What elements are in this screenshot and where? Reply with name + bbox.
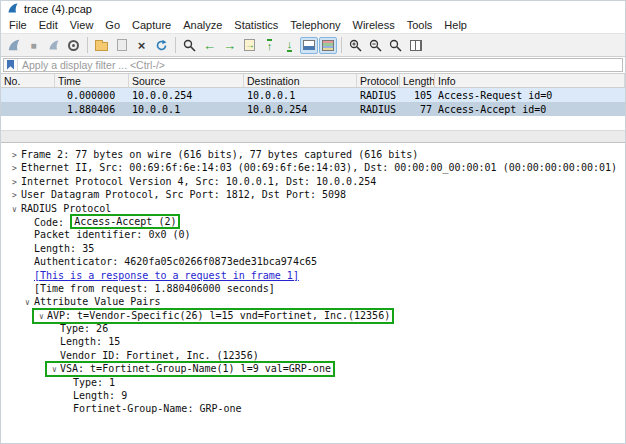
field-text: Length: 15 [60, 336, 120, 347]
display-filter-input[interactable]: Apply a display filter ... <Ctrl-/> [3, 58, 623, 72]
tree-line[interactable]: Length: 35 [1, 242, 625, 255]
pane-splitter[interactable] [1, 130, 625, 143]
zoom-reset-icon[interactable] [386, 36, 405, 55]
menu-item[interactable]: Statistics [228, 19, 284, 31]
expander-chevron-icon[interactable]: ∨ [49, 364, 60, 375]
field-text: [Time from request: 1.880406000 seconds] [34, 283, 275, 294]
menu-item[interactable]: Tools [401, 19, 439, 31]
zoom-in-icon[interactable] [346, 36, 365, 55]
column-header-destination[interactable]: Destination [244, 74, 357, 87]
field-text: RADIUS Protocol [21, 203, 111, 214]
expander-chevron-icon[interactable]: > [8, 189, 21, 202]
packet-row-1[interactable]: 1 0.000000 10.0.0.254 10.0.0.1 RADIUS 10… [1, 88, 625, 102]
packet-length: 105 [400, 90, 435, 101]
go-to-packet-icon[interactable]: → [240, 36, 259, 55]
menu-item[interactable]: Help [438, 19, 473, 31]
tree-line[interactable]: Type: 1 [1, 376, 625, 389]
column-header-length[interactable]: Length [400, 74, 435, 87]
resize-columns-icon[interactable] [406, 36, 425, 55]
field-text: Length: 9 [73, 390, 127, 401]
tree-line[interactable]: Vendor ID: Fortinet, Inc. (12356) [1, 349, 625, 362]
packet-length: 77 [400, 104, 435, 115]
tree-line[interactable]: >Internet Protocol Version 4, Src: 10.0.… [1, 175, 625, 188]
tree-line[interactable]: Authenticator: 4620fa05c0266f0873ede31bc… [1, 255, 625, 268]
field-text: Fortinet-Group-Name: GRP-one [73, 403, 242, 414]
capture-options-icon[interactable] [64, 36, 83, 55]
expander-chevron-icon[interactable]: > [8, 176, 21, 189]
expander-chevron-icon[interactable]: > [8, 162, 21, 175]
go-forward-icon[interactable]: → [220, 36, 239, 55]
expander-chevron-icon[interactable]: ∨ [8, 203, 21, 216]
colorize-toggle-icon[interactable] [319, 37, 337, 54]
title-bar: trace (4).pcap [1, 1, 625, 17]
menu-item[interactable]: Go [99, 19, 126, 31]
tree-line[interactable]: >User Datagram Protocol, Src Port: 1812,… [1, 188, 625, 201]
column-header-source[interactable]: Source [129, 74, 244, 87]
menu-item[interactable]: Telephony [284, 19, 346, 31]
packet-protocol: RADIUS [357, 90, 400, 101]
tree-line[interactable]: ∨Attribute Value Pairs [1, 295, 625, 308]
tree-line[interactable]: >Ethernet II, Src: 00:69:6f:6e:14:03 (00… [1, 161, 625, 174]
annotation-highlight-box: Access-Accept (2) [70, 214, 180, 229]
toolbar-separator [87, 37, 88, 53]
auto-scroll-toggle-icon[interactable] [300, 37, 318, 54]
tree-line[interactable]: Length: 9 [1, 389, 625, 402]
zoom-out-icon[interactable] [366, 36, 385, 55]
menu-item[interactable]: View [64, 19, 100, 31]
expander-chevron-icon[interactable]: > [8, 149, 21, 162]
packet-list-empty-area [1, 116, 625, 130]
field-text: Type: 26 [60, 323, 108, 334]
find-packet-icon[interactable] [180, 36, 199, 55]
tree-line[interactable]: [This is a response to a request in fram… [1, 269, 625, 282]
window-title: trace (4).pcap [24, 3, 92, 15]
tree-line[interactable]: >Frame 2: 77 bytes on wire (616 bits), 7… [1, 148, 625, 161]
wireshark-window: trace (4).pcap FileEditViewGoCaptureAnal… [0, 0, 626, 444]
packet-list-header: No. Time Source Destination Protocol Len… [1, 74, 625, 88]
packet-row-2[interactable]: 2 1.880406 10.0.0.1 10.0.0.254 RADIUS 77… [1, 102, 625, 116]
column-header-time[interactable]: Time [55, 74, 129, 87]
column-header-info[interactable]: Info [435, 74, 625, 87]
tree-line[interactable]: ∨VSA: t=Fortinet-Group-Name(1) l=9 val=G… [1, 362, 625, 375]
packet-details: >Frame 2: 77 bytes on wire (616 bits), 7… [1, 143, 625, 443]
response-link[interactable]: [This is a response to a request in fram… [34, 270, 299, 281]
expander-chevron-icon[interactable]: ∨ [36, 311, 47, 322]
field-text: Length: 35 [34, 243, 94, 254]
menu-item[interactable]: Capture [126, 19, 177, 31]
tree-line[interactable]: Type: 26 [1, 322, 625, 335]
close-file-icon[interactable]: × [132, 36, 151, 55]
packet-destination: 10.0.0.254 [244, 104, 357, 115]
reload-file-icon[interactable] [152, 36, 171, 55]
field-text: Ethernet II, Src: 00:69:6f:6e:14:03 (00:… [21, 162, 617, 173]
menu-item[interactable]: File [3, 19, 33, 31]
packet-info: Access-Accept id=0 [435, 104, 625, 115]
tree-line[interactable]: ∨RADIUS Protocol [1, 202, 625, 215]
annotation-highlight-box: ∨AVP: t=Vendor-Specific(26) l=15 vnd=For… [32, 308, 394, 324]
packet-info: Access-Request id=0 [435, 90, 625, 101]
save-file-icon[interactable] [112, 36, 131, 55]
tree-line[interactable]: Length: 15 [1, 335, 625, 348]
filter-bookmark-icon[interactable] [4, 59, 18, 71]
tree-line[interactable]: Packet identifier: 0x0 (0) [1, 228, 625, 241]
tree-line[interactable]: Code: Access-Accept (2) [1, 215, 625, 228]
filter-placeholder: Apply a display filter ... <Ctrl-/> [18, 59, 165, 71]
menu-item[interactable]: Edit [33, 19, 64, 31]
stop-capture-icon[interactable]: ■ [24, 36, 43, 55]
go-to-bottom-icon[interactable]: ↓ [280, 36, 299, 55]
field-text: Vendor ID: Fortinet, Inc. (12356) [60, 350, 259, 361]
field-text: Frame 2: 77 bytes on wire (616 bits), 77… [21, 149, 418, 160]
tree-line[interactable]: [Time from request: 1.880406000 seconds] [1, 282, 625, 295]
menu-item[interactable]: Wireless [347, 19, 401, 31]
tree-line[interactable]: Fortinet-Group-Name: GRP-one [1, 402, 625, 415]
tree-line[interactable]: ∨AVP: t=Vendor-Specific(26) l=15 vnd=For… [1, 309, 625, 322]
go-to-top-icon[interactable]: ↑ [260, 36, 279, 55]
menu-item[interactable]: Analyze [177, 19, 228, 31]
start-capture-icon[interactable] [4, 36, 23, 55]
column-header-protocol[interactable]: Protocol [357, 74, 400, 87]
go-back-icon[interactable]: ← [200, 36, 219, 55]
field-text: Packet identifier: 0x0 (0) [34, 229, 191, 240]
open-file-icon[interactable] [92, 36, 111, 55]
packet-list: 1 0.000000 10.0.0.254 10.0.0.1 RADIUS 10… [1, 88, 625, 130]
toolbar-separator [341, 37, 342, 53]
packet-time: 0.000000 [55, 90, 129, 101]
restart-capture-icon[interactable] [44, 36, 63, 55]
